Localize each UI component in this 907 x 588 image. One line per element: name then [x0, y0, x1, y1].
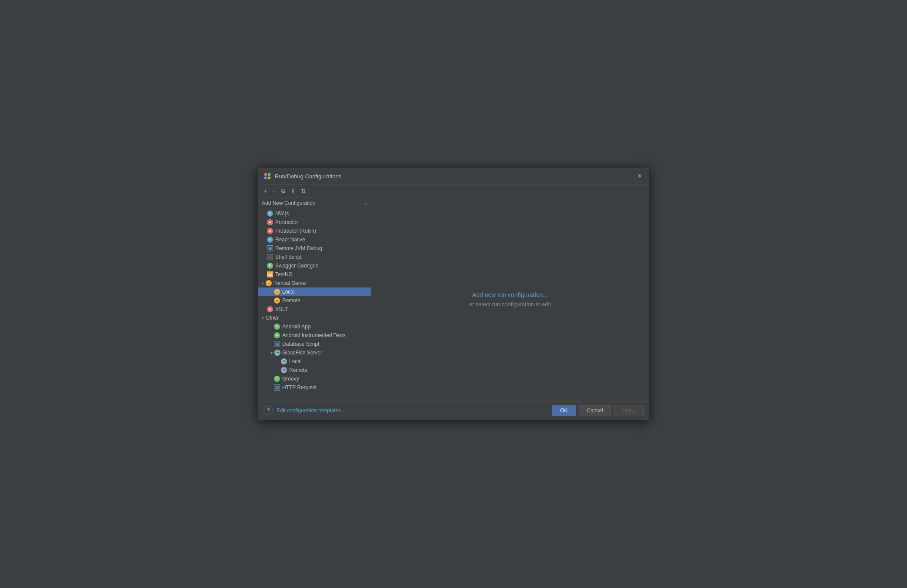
groovy-icon: G [274, 376, 280, 382]
footer: ? Edit configuration templates... OK Can… [258, 401, 649, 420]
help-button[interactable]: ? [263, 406, 273, 415]
android-app-icon: A [274, 324, 280, 330]
move-up-button[interactable]: ⇧ [289, 186, 297, 195]
tree-section-other[interactable]: ▾ Other [258, 314, 371, 322]
tomcat-chevron: ▾ [262, 281, 264, 286]
tree-item-tomcat-remote[interactable]: 🐱 Remote [258, 296, 371, 305]
tree-item-protractor[interactable]: ● Protractor [258, 218, 371, 227]
left-panel: Add New Configuration ≡ N NW.js ● Protra… [258, 197, 371, 401]
footer-buttons: OK Cancel Apply [552, 405, 644, 416]
glassfish-remote-label: Remote [289, 367, 307, 373]
edit-templates-link[interactable]: Edit configuration templates... [277, 408, 345, 414]
tree-section-glassfish[interactable]: ▾ 🐟 GlassFish Server [258, 348, 371, 357]
tomcat-server-icon: 🐱 [266, 280, 272, 286]
remote-jvm-label: Remote JVM Debug [275, 245, 322, 251]
react-native-icon: ⚛ [267, 237, 273, 243]
nwjs-icon: N [267, 210, 273, 217]
glassfish-local-label: Local [289, 358, 302, 364]
svg-rect-2 [264, 177, 267, 179]
tree-item-glassfish-remote[interactable]: 🐟 Remote [258, 366, 371, 374]
tree-item-nwjs[interactable]: N NW.js [258, 209, 371, 218]
app-icon [263, 172, 271, 180]
left-panel-title: Add New Configuration [262, 200, 315, 206]
xslt-icon: ✕ [267, 306, 273, 312]
tomcat-local-label: Local [282, 289, 295, 295]
select-hint: or select run configuration to edit [469, 301, 551, 307]
tree-item-protractor-kotlin[interactable]: ● Protractor (Kotlin) [258, 227, 371, 235]
tree-item-shell-script[interactable]: ▷ Shell Script [258, 253, 371, 261]
tree-item-remote-jvm[interactable]: ▣ Remote JVM Debug [258, 244, 371, 253]
tree-section-tomcat[interactable]: ▾ 🐱 Tomcat Server [258, 279, 371, 287]
svg-rect-1 [268, 173, 270, 176]
close-button[interactable]: × [636, 172, 644, 180]
shell-script-label: Shell Script [275, 254, 302, 260]
nwjs-label: NW.js [275, 210, 289, 217]
xslt-label: XSLT [275, 306, 288, 312]
swagger-icon: S [267, 263, 273, 269]
other-label: Other [266, 315, 279, 321]
android-app-label: Android App [282, 324, 310, 330]
title-bar: Run/Debug Configurations × [258, 168, 649, 184]
svg-rect-3 [268, 177, 270, 179]
add-config-button[interactable]: + [262, 186, 269, 195]
title-bar-left: Run/Debug Configurations [263, 172, 341, 180]
tomcat-local-icon: 🐱 [274, 289, 280, 295]
tomcat-server-label: Tomcat Server [273, 280, 307, 286]
run-debug-configurations-dialog: Run/Debug Configurations × + − ⧉ ⇧ ⇅ Add… [258, 168, 649, 420]
tree-item-http-request[interactable]: ▦ HTTP Request [258, 383, 371, 392]
database-script-label: Database Script [282, 341, 319, 347]
android-tests-label: Android Instrumented Tests [282, 332, 346, 338]
protractor-label: Protractor [275, 219, 298, 225]
tree-item-database-script[interactable]: ▦ Database Script [258, 340, 371, 348]
remove-config-button[interactable]: − [270, 186, 277, 195]
sort-button[interactable]: ⇅ [299, 186, 308, 195]
cancel-button[interactable]: Cancel [579, 405, 611, 416]
tomcat-remote-icon: 🐱 [274, 297, 280, 304]
tree-item-swagger[interactable]: S Swagger Codegen [258, 261, 371, 270]
glassfish-chevron: ▾ [270, 351, 273, 355]
other-chevron: ▾ [262, 316, 264, 321]
http-request-label: HTTP Request [282, 384, 317, 391]
react-native-label: React Native [275, 237, 305, 243]
svg-rect-0 [264, 173, 267, 176]
tomcat-remote-label: Remote [282, 297, 300, 304]
tree-item-android-tests[interactable]: A Android Instrumented Tests [258, 331, 371, 340]
remote-jvm-icon: ▣ [267, 245, 273, 251]
apply-button[interactable]: Apply [614, 405, 644, 416]
glassfish-local-icon: 🐟 [281, 358, 287, 364]
http-request-icon: ▦ [274, 384, 280, 391]
tree-item-react-native[interactable]: ⚛ React Native [258, 235, 371, 244]
glassfish-remote-icon: 🐟 [281, 367, 287, 373]
glassfish-icon: 🐟 [274, 350, 280, 356]
android-tests-icon: A [274, 332, 280, 338]
right-panel: Add new run configuration... or select r… [371, 197, 649, 401]
tree-item-android-app[interactable]: A Android App [258, 322, 371, 331]
shell-script-icon: ▷ [267, 254, 273, 260]
tree-item-testng[interactable]: NG TestNG [258, 270, 371, 279]
testng-icon: NG [267, 271, 273, 277]
groovy-label: Groovy [282, 376, 299, 382]
tree-item-tomcat-local[interactable]: 🐱 Local [258, 287, 371, 296]
dialog-title: Run/Debug Configurations [275, 173, 341, 180]
add-config-link[interactable]: Add new run configuration... [472, 291, 548, 298]
footer-left: ? Edit configuration templates... [263, 406, 345, 415]
tree-item-glassfish-local[interactable]: 🐟 Local [258, 357, 371, 366]
protractor-kotlin-icon: ● [267, 228, 273, 234]
testng-label: TestNG [275, 271, 293, 277]
swagger-label: Swagger Codegen [275, 263, 318, 269]
glassfish-label: GlassFish Server [282, 350, 322, 356]
config-tree: N NW.js ● Protractor ● Protractor (Kotli… [258, 209, 371, 401]
database-script-icon: ▦ [274, 341, 280, 347]
main-content: Add New Configuration ≡ N NW.js ● Protra… [258, 197, 649, 401]
protractor-icon: ● [267, 219, 273, 225]
pin-icon: ≡ [364, 200, 367, 206]
copy-config-button[interactable]: ⧉ [279, 186, 287, 195]
ok-button[interactable]: OK [552, 405, 576, 416]
toolbar: + − ⧉ ⇧ ⇅ [258, 184, 649, 197]
left-panel-header: Add New Configuration ≡ [258, 197, 371, 209]
protractor-kotlin-label: Protractor (Kotlin) [275, 228, 316, 234]
tree-item-xslt[interactable]: ✕ XSLT [258, 305, 371, 314]
tree-item-groovy[interactable]: G Groovy [258, 374, 371, 383]
